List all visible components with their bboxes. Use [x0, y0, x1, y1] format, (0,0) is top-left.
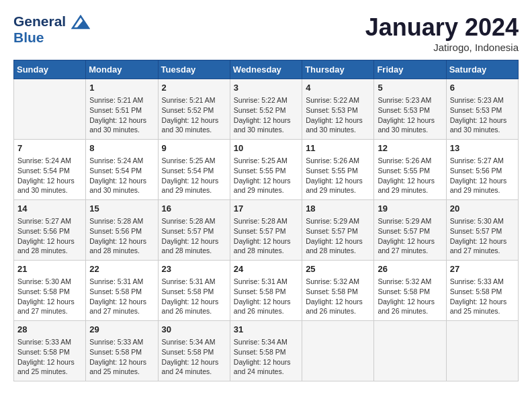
day-number: 23 [162, 263, 226, 275]
day-number: 15 [89, 203, 154, 215]
day-info: Sunrise: 5:33 AMSunset: 5:58 PMDaylight:… [89, 337, 154, 377]
day-info: Sunrise: 5:25 AMSunset: 5:54 PMDaylight:… [162, 156, 226, 195]
calendar-week-row: 7Sunrise: 5:24 AMSunset: 5:54 PMDaylight… [14, 140, 519, 200]
calendar-cell: 9Sunrise: 5:25 AMSunset: 5:54 PMDaylight… [158, 140, 230, 200]
day-number: 13 [450, 142, 515, 154]
day-number: 5 [378, 82, 442, 94]
day-info: Sunrise: 5:24 AMSunset: 5:54 PMDaylight:… [17, 156, 82, 195]
calendar-cell: 13Sunrise: 5:27 AMSunset: 5:56 PMDayligh… [446, 140, 518, 200]
calendar-cell [14, 79, 86, 140]
calendar-week-row: 1Sunrise: 5:21 AMSunset: 5:51 PMDaylight… [14, 79, 519, 140]
day-number: 19 [378, 203, 442, 215]
calendar-cell: 28Sunrise: 5:33 AMSunset: 5:58 PMDayligh… [14, 321, 86, 381]
day-number: 21 [17, 263, 82, 275]
calendar-cell: 25Sunrise: 5:32 AMSunset: 5:58 PMDayligh… [302, 261, 374, 321]
day-number: 12 [378, 142, 442, 154]
calendar-cell: 27Sunrise: 5:33 AMSunset: 5:58 PMDayligh… [446, 261, 518, 321]
day-info: Sunrise: 5:30 AMSunset: 5:58 PMDaylight:… [17, 277, 82, 316]
weekday-header-saturday: Saturday [446, 60, 518, 79]
day-info: Sunrise: 5:34 AMSunset: 5:58 PMDaylight:… [234, 337, 298, 377]
day-info: Sunrise: 5:21 AMSunset: 5:52 PMDaylight:… [162, 95, 226, 135]
calendar-cell: 24Sunrise: 5:31 AMSunset: 5:58 PMDayligh… [230, 261, 302, 321]
calendar-cell: 22Sunrise: 5:31 AMSunset: 5:58 PMDayligh… [86, 261, 158, 321]
day-number: 28 [17, 324, 82, 336]
calendar-cell: 18Sunrise: 5:29 AMSunset: 5:57 PMDayligh… [302, 200, 374, 261]
calendar-cell: 26Sunrise: 5:32 AMSunset: 5:58 PMDayligh… [374, 261, 446, 321]
day-number: 30 [162, 324, 226, 336]
weekday-header-friday: Friday [374, 60, 446, 79]
calendar-cell: 10Sunrise: 5:25 AMSunset: 5:55 PMDayligh… [230, 140, 302, 200]
day-number: 27 [450, 263, 515, 275]
calendar-cell: 8Sunrise: 5:24 AMSunset: 5:54 PMDaylight… [86, 140, 158, 200]
day-number: 17 [234, 203, 298, 215]
day-number: 18 [306, 203, 370, 215]
day-number: 31 [234, 324, 298, 336]
day-info: Sunrise: 5:25 AMSunset: 5:55 PMDaylight:… [234, 156, 298, 195]
day-number: 14 [17, 203, 82, 215]
calendar-cell: 23Sunrise: 5:31 AMSunset: 5:58 PMDayligh… [158, 261, 230, 321]
weekday-header-row: SundayMondayTuesdayWednesdayThursdayFrid… [14, 60, 519, 79]
location-subtitle: Jatirogo, Indonesia [365, 42, 519, 53]
day-info: Sunrise: 5:31 AMSunset: 5:58 PMDaylight:… [162, 277, 226, 316]
calendar-cell [302, 321, 374, 381]
calendar-cell: 1Sunrise: 5:21 AMSunset: 5:51 PMDaylight… [86, 79, 158, 140]
calendar-cell: 3Sunrise: 5:22 AMSunset: 5:52 PMDaylight… [230, 79, 302, 140]
weekday-header-monday: Monday [86, 60, 158, 79]
day-info: Sunrise: 5:27 AMSunset: 5:56 PMDaylight:… [450, 156, 515, 195]
day-number: 10 [234, 142, 298, 154]
day-info: Sunrise: 5:22 AMSunset: 5:53 PMDaylight:… [306, 95, 370, 135]
day-number: 1 [89, 82, 154, 94]
weekday-header-tuesday: Tuesday [158, 60, 230, 79]
calendar-cell: 7Sunrise: 5:24 AMSunset: 5:54 PMDaylight… [14, 140, 86, 200]
calendar-cell: 5Sunrise: 5:23 AMSunset: 5:53 PMDaylight… [374, 79, 446, 140]
day-number: 16 [162, 203, 226, 215]
day-info: Sunrise: 5:34 AMSunset: 5:58 PMDaylight:… [162, 337, 226, 377]
day-number: 26 [378, 263, 442, 275]
logo-icon [71, 15, 90, 30]
calendar-cell [374, 321, 446, 381]
day-number: 29 [89, 324, 154, 336]
weekday-header-wednesday: Wednesday [230, 60, 302, 79]
day-info: Sunrise: 5:28 AMSunset: 5:57 PMDaylight:… [234, 216, 298, 256]
day-number: 6 [450, 82, 515, 94]
day-info: Sunrise: 5:32 AMSunset: 5:58 PMDaylight:… [378, 277, 442, 316]
calendar-cell: 4Sunrise: 5:22 AMSunset: 5:53 PMDaylight… [302, 79, 374, 140]
day-number: 20 [450, 203, 515, 215]
weekday-header-thursday: Thursday [302, 60, 374, 79]
calendar-cell: 16Sunrise: 5:28 AMSunset: 5:57 PMDayligh… [158, 200, 230, 261]
weekday-header-sunday: Sunday [14, 60, 86, 79]
calendar-week-row: 21Sunrise: 5:30 AMSunset: 5:58 PMDayligh… [14, 261, 519, 321]
day-info: Sunrise: 5:24 AMSunset: 5:54 PMDaylight:… [89, 156, 154, 195]
day-info: Sunrise: 5:31 AMSunset: 5:58 PMDaylight:… [89, 277, 154, 316]
day-number: 25 [306, 263, 370, 275]
page-header: General Blue January 2024 Jatirogo, Indo… [13, 13, 519, 53]
calendar-cell: 20Sunrise: 5:30 AMSunset: 5:57 PMDayligh… [446, 200, 518, 261]
calendar-table: SundayMondayTuesdayWednesdayThursdayFrid… [13, 60, 519, 381]
day-info: Sunrise: 5:27 AMSunset: 5:56 PMDaylight:… [17, 216, 82, 256]
day-info: Sunrise: 5:23 AMSunset: 5:53 PMDaylight:… [378, 95, 442, 135]
day-info: Sunrise: 5:23 AMSunset: 5:53 PMDaylight:… [450, 95, 515, 135]
day-number: 3 [234, 82, 298, 94]
day-number: 11 [306, 142, 370, 154]
logo-text: General [13, 13, 90, 30]
calendar-cell: 19Sunrise: 5:29 AMSunset: 5:57 PMDayligh… [374, 200, 446, 261]
title-block: January 2024 Jatirogo, Indonesia [365, 13, 519, 53]
calendar-cell: 15Sunrise: 5:28 AMSunset: 5:56 PMDayligh… [86, 200, 158, 261]
calendar-cell: 17Sunrise: 5:28 AMSunset: 5:57 PMDayligh… [230, 200, 302, 261]
calendar-cell: 31Sunrise: 5:34 AMSunset: 5:58 PMDayligh… [230, 321, 302, 381]
day-number: 4 [306, 82, 370, 94]
day-info: Sunrise: 5:33 AMSunset: 5:58 PMDaylight:… [17, 337, 82, 377]
month-year-title: January 2024 [365, 13, 519, 42]
day-info: Sunrise: 5:26 AMSunset: 5:55 PMDaylight:… [378, 156, 442, 195]
calendar-cell: 6Sunrise: 5:23 AMSunset: 5:53 PMDaylight… [446, 79, 518, 140]
day-info: Sunrise: 5:21 AMSunset: 5:51 PMDaylight:… [89, 95, 154, 135]
day-info: Sunrise: 5:28 AMSunset: 5:57 PMDaylight:… [162, 216, 226, 256]
calendar-cell: 12Sunrise: 5:26 AMSunset: 5:55 PMDayligh… [374, 140, 446, 200]
logo: General Blue [13, 13, 90, 46]
day-info: Sunrise: 5:30 AMSunset: 5:57 PMDaylight:… [450, 216, 515, 256]
day-info: Sunrise: 5:31 AMSunset: 5:58 PMDaylight:… [234, 277, 298, 316]
day-info: Sunrise: 5:28 AMSunset: 5:56 PMDaylight:… [89, 216, 154, 256]
calendar-cell [446, 321, 518, 381]
calendar-cell: 21Sunrise: 5:30 AMSunset: 5:58 PMDayligh… [14, 261, 86, 321]
day-info: Sunrise: 5:32 AMSunset: 5:58 PMDaylight:… [306, 277, 370, 316]
